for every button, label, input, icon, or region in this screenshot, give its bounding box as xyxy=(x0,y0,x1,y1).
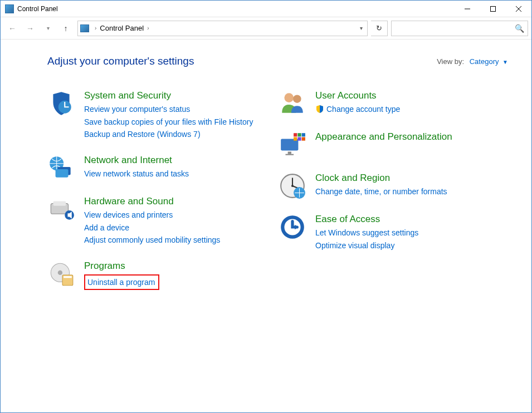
close-button[interactable] xyxy=(506,1,531,17)
category-title[interactable]: Programs xyxy=(84,260,262,272)
svg-point-12 xyxy=(58,271,62,275)
chevron-right-icon[interactable]: › xyxy=(147,25,149,31)
highlighted-task: Uninstall a program xyxy=(84,274,159,290)
svg-rect-21 xyxy=(297,133,301,136)
address-icon xyxy=(80,24,89,32)
category-clock-region: Clock and Region Change date, time, or n… xyxy=(279,172,493,200)
category-title[interactable]: Network and Internet xyxy=(84,154,262,166)
task-link[interactable]: Save backup copies of your files with Fi… xyxy=(84,116,262,127)
svg-rect-24 xyxy=(297,137,301,140)
category-title[interactable]: Clock and Region xyxy=(315,172,493,184)
control-panel-icon xyxy=(5,4,14,13)
search-box[interactable]: 🔍 xyxy=(391,21,528,36)
programs-icon xyxy=(47,260,75,288)
page-heading: Adjust your computer's settings xyxy=(47,55,194,67)
system-security-icon xyxy=(47,90,75,117)
window-title: Control Panel xyxy=(17,5,58,13)
category-title[interactable]: Appearance and Personalization xyxy=(315,131,493,142)
category-ease-of-access: Ease of Access Let Windows suggest setti… xyxy=(279,213,493,252)
clock-region-icon xyxy=(279,172,306,200)
svg-rect-9 xyxy=(53,201,66,206)
content-area: Adjust your computer's settings View by:… xyxy=(1,40,531,303)
view-by-label: View by: xyxy=(437,57,464,66)
search-icon[interactable]: 🔍 xyxy=(515,24,524,33)
svg-rect-7 xyxy=(56,169,69,178)
task-uninstall-program[interactable]: Uninstall a program xyxy=(87,277,155,288)
svg-point-15 xyxy=(284,93,294,102)
category-network-internet: Network and Internet View network status… xyxy=(47,154,262,182)
navigation-toolbar: ← → ▾ ↑ › Control Panel › ▾ ↻ 🔍 xyxy=(1,17,531,40)
titlebar: Control Panel xyxy=(1,1,531,17)
svg-rect-25 xyxy=(302,137,305,140)
task-link[interactable]: Optimize visual display xyxy=(315,240,493,251)
task-link[interactable]: View network status and tasks xyxy=(84,168,262,179)
task-link[interactable]: View devices and printers xyxy=(84,209,262,220)
category-user-accounts: User Accounts Change account type xyxy=(279,90,493,117)
appearance-personalization-icon xyxy=(279,131,306,159)
view-by-selector[interactable]: View by: Category ▼ xyxy=(437,57,508,66)
search-input[interactable] xyxy=(392,21,528,36)
breadcrumb-root[interactable]: Control Panel xyxy=(100,24,144,32)
category-title[interactable]: User Accounts xyxy=(315,90,493,101)
category-hardware-sound: Hardware and Sound View devices and prin… xyxy=(47,195,262,247)
svg-rect-20 xyxy=(294,133,297,136)
svg-rect-22 xyxy=(302,133,305,136)
refresh-button[interactable]: ↻ xyxy=(371,21,388,36)
svg-point-16 xyxy=(293,95,301,103)
view-by-value[interactable]: Category xyxy=(470,57,499,66)
hardware-sound-icon xyxy=(47,195,75,223)
svg-rect-18 xyxy=(288,152,291,154)
svg-rect-19 xyxy=(286,154,294,155)
maximize-button[interactable] xyxy=(480,1,506,17)
recent-dropdown[interactable]: ▾ xyxy=(40,20,56,37)
up-button[interactable]: ↑ xyxy=(57,20,74,37)
category-programs: Programs Uninstall a program xyxy=(47,260,262,290)
network-internet-icon xyxy=(47,154,75,182)
task-link[interactable]: Backup and Restore (Windows 7) xyxy=(84,129,262,140)
category-system-security: System and Security Review your computer… xyxy=(47,90,262,141)
svg-rect-14 xyxy=(64,276,72,278)
svg-rect-23 xyxy=(294,137,297,140)
category-title[interactable]: Ease of Access xyxy=(315,213,493,225)
category-title[interactable]: Hardware and Sound xyxy=(84,195,262,207)
left-column: System and Security Review your computer… xyxy=(47,90,262,303)
uac-shield-icon xyxy=(315,105,324,114)
category-title[interactable]: System and Security xyxy=(84,90,262,101)
task-link[interactable]: Adjust commonly used mobility settings xyxy=(84,234,262,245)
chevron-down-icon[interactable]: ▼ xyxy=(502,59,508,65)
chevron-right-icon: › xyxy=(95,25,96,31)
user-accounts-icon xyxy=(279,90,306,117)
ease-of-access-icon xyxy=(279,213,306,241)
svg-rect-1 xyxy=(491,6,496,11)
back-button[interactable]: ← xyxy=(4,20,21,37)
forward-button[interactable]: → xyxy=(22,20,38,37)
address-history-dropdown[interactable]: ▾ xyxy=(358,25,365,31)
task-link[interactable]: Review your computer's status xyxy=(84,104,262,115)
address-bar[interactable]: › Control Panel › ▾ xyxy=(77,21,368,36)
task-link[interactable]: Add a device xyxy=(84,222,262,233)
task-link[interactable]: Change account type xyxy=(326,104,400,115)
right-column: User Accounts Change account type Appear… xyxy=(279,90,493,303)
category-appearance-personalization: Appearance and Personalization xyxy=(279,131,493,159)
minimize-button[interactable] xyxy=(455,1,480,17)
task-link[interactable]: Change date, time, or number formats xyxy=(315,186,493,197)
task-link[interactable]: Let Windows suggest settings xyxy=(315,227,493,238)
